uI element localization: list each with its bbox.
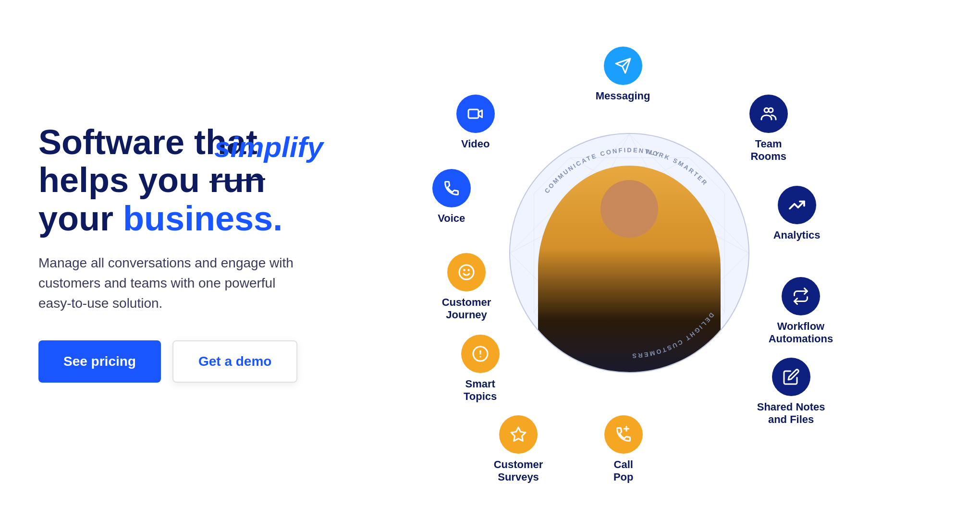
call-pop-icon bbox=[604, 415, 643, 454]
main-headline: Software that helps you run simplify you… bbox=[38, 123, 297, 238]
headline-line3: your business. bbox=[38, 199, 282, 238]
workflow-label: WorkflowAutomations bbox=[769, 320, 833, 346]
diagram-container: COMMUNICATE CONFIDENTLY WORK SMARTER DEL… bbox=[413, 37, 845, 469]
analytics-label: Analytics bbox=[773, 229, 821, 241]
svg-point-27 bbox=[479, 356, 481, 358]
call-pop-label: CallPop bbox=[613, 458, 634, 484]
page-wrapper: Software that helps you run simplify you… bbox=[0, 0, 980, 506]
voice-label: Voice bbox=[438, 212, 465, 225]
customer-journey-label: CustomerJourney bbox=[442, 296, 491, 322]
feature-customer-journey: CustomerJourney bbox=[442, 253, 491, 322]
simplify-text: simplify bbox=[214, 132, 323, 163]
center-circle bbox=[509, 133, 749, 373]
svg-rect-19 bbox=[468, 109, 478, 118]
feature-analytics: Analytics bbox=[773, 186, 821, 241]
video-icon bbox=[456, 95, 495, 133]
svg-line-9 bbox=[689, 158, 724, 193]
svg-line-8 bbox=[534, 158, 569, 193]
customer-journey-icon bbox=[447, 253, 486, 291]
workflow-icon bbox=[782, 277, 820, 315]
team-rooms-label: TeamRooms bbox=[750, 138, 786, 163]
feature-messaging: Messaging bbox=[596, 47, 650, 102]
feature-call-pop: CallPop bbox=[604, 415, 643, 484]
smart-topics-icon bbox=[461, 335, 500, 373]
cta-row: See pricing Get a demo bbox=[38, 340, 297, 383]
feature-shared-notes: Shared Notesand Files bbox=[757, 358, 825, 426]
customer-surveys-icon bbox=[499, 415, 538, 454]
svg-marker-28 bbox=[511, 427, 526, 441]
feature-workflow: WorkflowAutomations bbox=[769, 277, 833, 346]
voice-icon bbox=[432, 169, 471, 207]
feature-team-rooms: TeamRooms bbox=[749, 95, 788, 163]
team-rooms-icon bbox=[749, 95, 788, 133]
svg-point-21 bbox=[769, 108, 773, 112]
shared-notes-label: Shared Notesand Files bbox=[757, 401, 825, 426]
run-text: run bbox=[209, 161, 265, 199]
see-pricing-button[interactable]: See pricing bbox=[38, 340, 161, 383]
get-demo-button[interactable]: Get a demo bbox=[172, 340, 297, 383]
analytics-icon bbox=[778, 186, 816, 224]
messaging-icon bbox=[604, 47, 642, 85]
left-panel: Software that helps you run simplify you… bbox=[38, 123, 317, 383]
person-image bbox=[538, 166, 721, 372]
video-label: Video bbox=[461, 138, 490, 150]
customer-surveys-label: CustomerSurveys bbox=[494, 458, 543, 484]
svg-point-22 bbox=[459, 265, 474, 279]
person-head bbox=[600, 180, 658, 238]
shared-notes-icon bbox=[772, 358, 810, 396]
right-panel: COMMUNICATE CONFIDENTLY WORK SMARTER DEL… bbox=[317, 0, 942, 506]
business-word: business. bbox=[123, 199, 282, 238]
headline-line2: helps you run simplify bbox=[38, 161, 265, 199]
feature-video: Video bbox=[456, 95, 495, 150]
messaging-label: Messaging bbox=[596, 90, 650, 102]
smart-topics-label: SmartTopics bbox=[464, 378, 497, 403]
subheadline-text: Manage all conversations and engage with… bbox=[38, 253, 297, 313]
feature-voice: Voice bbox=[432, 169, 471, 225]
feature-smart-topics: SmartTopics bbox=[461, 335, 500, 403]
simplify-wrap: run simplify bbox=[209, 161, 265, 199]
feature-customer-surveys: CustomerSurveys bbox=[494, 415, 543, 484]
